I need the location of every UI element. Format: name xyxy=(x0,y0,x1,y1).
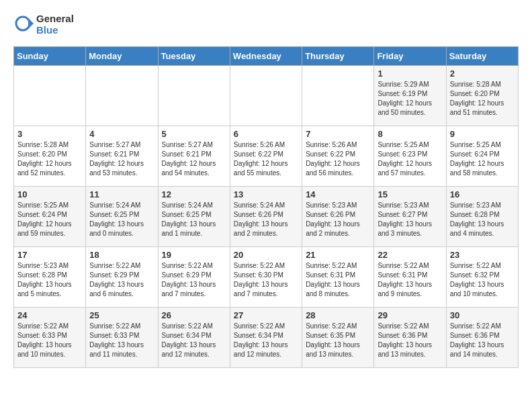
logo: General Blue xyxy=(13,13,74,36)
day-header-friday: Friday xyxy=(374,47,446,66)
day-info: Sunrise: 5:23 AM Sunset: 6:27 PM Dayligh… xyxy=(378,201,442,238)
calendar-cell: 30Sunrise: 5:22 AM Sunset: 6:36 PM Dayli… xyxy=(446,308,518,368)
header: General Blue xyxy=(13,13,519,36)
day-number: 12 xyxy=(162,189,226,199)
day-number: 26 xyxy=(162,310,226,320)
day-number: 20 xyxy=(234,250,298,260)
day-number: 10 xyxy=(17,189,82,199)
day-number: 24 xyxy=(17,310,82,320)
day-number: 22 xyxy=(378,250,442,260)
calendar-cell: 17Sunrise: 5:23 AM Sunset: 6:28 PM Dayli… xyxy=(14,247,86,308)
day-info: Sunrise: 5:22 AM Sunset: 6:34 PM Dayligh… xyxy=(162,322,226,359)
day-info: Sunrise: 5:29 AM Sunset: 6:19 PM Dayligh… xyxy=(378,80,442,118)
calendar-cell: 27Sunrise: 5:22 AM Sunset: 6:34 PM Dayli… xyxy=(230,308,302,368)
day-info: Sunrise: 5:27 AM Sunset: 6:21 PM Dayligh… xyxy=(89,140,154,178)
day-number: 15 xyxy=(378,189,442,199)
calendar-body: 1Sunrise: 5:29 AM Sunset: 6:19 PM Daylig… xyxy=(14,66,519,368)
calendar-cell: 3Sunrise: 5:28 AM Sunset: 6:20 PM Daylig… xyxy=(14,126,86,187)
calendar-cell: 1Sunrise: 5:29 AM Sunset: 6:19 PM Daylig… xyxy=(374,66,446,126)
day-header-thursday: Thursday xyxy=(302,47,374,66)
day-number: 5 xyxy=(162,129,226,139)
day-number: 18 xyxy=(89,250,154,260)
calendar-cell: 25Sunrise: 5:22 AM Sunset: 6:33 PM Dayli… xyxy=(86,308,158,368)
day-number: 3 xyxy=(17,129,82,139)
svg-point-0 xyxy=(16,17,30,30)
day-number: 7 xyxy=(306,129,370,139)
calendar-cell: 5Sunrise: 5:27 AM Sunset: 6:21 PM Daylig… xyxy=(158,126,230,187)
day-info: Sunrise: 5:22 AM Sunset: 6:30 PM Dayligh… xyxy=(234,261,298,299)
calendar-cell: 23Sunrise: 5:22 AM Sunset: 6:32 PM Dayli… xyxy=(446,247,518,308)
calendar-cell: 14Sunrise: 5:23 AM Sunset: 6:26 PM Dayli… xyxy=(302,187,374,247)
calendar-cell: 21Sunrise: 5:22 AM Sunset: 6:31 PM Dayli… xyxy=(302,247,374,308)
calendar-cell: 2Sunrise: 5:28 AM Sunset: 6:20 PM Daylig… xyxy=(446,66,518,126)
day-info: Sunrise: 5:22 AM Sunset: 6:31 PM Dayligh… xyxy=(306,261,370,299)
day-info: Sunrise: 5:22 AM Sunset: 6:32 PM Dayligh… xyxy=(450,261,515,299)
week-row-1: 1Sunrise: 5:29 AM Sunset: 6:19 PM Daylig… xyxy=(14,66,519,126)
calendar-cell xyxy=(86,66,158,126)
day-info: Sunrise: 5:26 AM Sunset: 6:22 PM Dayligh… xyxy=(234,140,298,178)
day-header-tuesday: Tuesday xyxy=(158,47,230,66)
day-number: 19 xyxy=(162,250,226,260)
week-row-5: 24Sunrise: 5:22 AM Sunset: 6:33 PM Dayli… xyxy=(14,308,519,368)
day-info: Sunrise: 5:22 AM Sunset: 6:31 PM Dayligh… xyxy=(378,261,442,299)
day-info: Sunrise: 5:22 AM Sunset: 6:29 PM Dayligh… xyxy=(162,261,226,299)
day-info: Sunrise: 5:28 AM Sunset: 6:20 PM Dayligh… xyxy=(17,140,82,178)
calendar-cell: 28Sunrise: 5:22 AM Sunset: 6:35 PM Dayli… xyxy=(302,308,374,368)
day-number: 21 xyxy=(306,250,370,260)
week-row-2: 3Sunrise: 5:28 AM Sunset: 6:20 PM Daylig… xyxy=(14,126,519,187)
day-info: Sunrise: 5:24 AM Sunset: 6:25 PM Dayligh… xyxy=(162,201,226,238)
calendar-cell: 10Sunrise: 5:25 AM Sunset: 6:24 PM Dayli… xyxy=(14,187,86,247)
day-info: Sunrise: 5:28 AM Sunset: 6:20 PM Dayligh… xyxy=(450,80,515,118)
calendar-cell: 12Sunrise: 5:24 AM Sunset: 6:25 PM Dayli… xyxy=(158,187,230,247)
calendar-cell: 26Sunrise: 5:22 AM Sunset: 6:34 PM Dayli… xyxy=(158,308,230,368)
day-info: Sunrise: 5:27 AM Sunset: 6:21 PM Dayligh… xyxy=(162,140,226,178)
day-number: 14 xyxy=(306,189,370,199)
day-number: 30 xyxy=(450,310,515,320)
day-info: Sunrise: 5:24 AM Sunset: 6:26 PM Dayligh… xyxy=(234,201,298,238)
calendar-cell: 15Sunrise: 5:23 AM Sunset: 6:27 PM Dayli… xyxy=(374,187,446,247)
day-header-wednesday: Wednesday xyxy=(230,47,302,66)
calendar-cell: 24Sunrise: 5:22 AM Sunset: 6:33 PM Dayli… xyxy=(14,308,86,368)
day-number: 13 xyxy=(234,189,298,199)
day-info: Sunrise: 5:25 AM Sunset: 6:24 PM Dayligh… xyxy=(450,140,515,178)
day-info: Sunrise: 5:23 AM Sunset: 6:28 PM Dayligh… xyxy=(450,201,515,238)
day-number: 27 xyxy=(234,310,298,320)
calendar-cell: 9Sunrise: 5:25 AM Sunset: 6:24 PM Daylig… xyxy=(446,126,518,187)
day-number: 4 xyxy=(89,129,154,139)
day-info: Sunrise: 5:22 AM Sunset: 6:36 PM Dayligh… xyxy=(378,322,442,359)
day-headers-row: SundayMondayTuesdayWednesdayThursdayFrid… xyxy=(14,47,519,66)
calendar-cell: 29Sunrise: 5:22 AM Sunset: 6:36 PM Dayli… xyxy=(374,308,446,368)
logo-general-text: General xyxy=(36,13,74,25)
calendar-cell: 4Sunrise: 5:27 AM Sunset: 6:21 PM Daylig… xyxy=(86,126,158,187)
calendar-table: SundayMondayTuesdayWednesdayThursdayFrid… xyxy=(13,46,519,368)
calendar-cell xyxy=(14,66,86,126)
calendar-cell: 8Sunrise: 5:25 AM Sunset: 6:23 PM Daylig… xyxy=(374,126,446,187)
day-number: 28 xyxy=(306,310,370,320)
day-number: 9 xyxy=(450,129,515,139)
day-number: 29 xyxy=(378,310,442,320)
calendar-cell: 6Sunrise: 5:26 AM Sunset: 6:22 PM Daylig… xyxy=(230,126,302,187)
day-number: 23 xyxy=(450,250,515,260)
day-number: 2 xyxy=(450,68,515,79)
week-row-3: 10Sunrise: 5:25 AM Sunset: 6:24 PM Dayli… xyxy=(14,187,519,247)
day-info: Sunrise: 5:22 AM Sunset: 6:29 PM Dayligh… xyxy=(89,261,154,299)
day-number: 25 xyxy=(89,310,154,320)
day-info: Sunrise: 5:22 AM Sunset: 6:35 PM Dayligh… xyxy=(306,322,370,359)
day-info: Sunrise: 5:25 AM Sunset: 6:23 PM Dayligh… xyxy=(378,140,442,178)
day-info: Sunrise: 5:22 AM Sunset: 6:33 PM Dayligh… xyxy=(17,322,82,359)
day-info: Sunrise: 5:24 AM Sunset: 6:25 PM Dayligh… xyxy=(89,201,154,238)
day-info: Sunrise: 5:22 AM Sunset: 6:36 PM Dayligh… xyxy=(450,322,515,359)
calendar-cell xyxy=(230,66,302,126)
svg-marker-1 xyxy=(28,18,34,29)
calendar-cell xyxy=(302,66,374,126)
calendar-cell: 16Sunrise: 5:23 AM Sunset: 6:28 PM Dayli… xyxy=(446,187,518,247)
calendar-cell: 20Sunrise: 5:22 AM Sunset: 6:30 PM Dayli… xyxy=(230,247,302,308)
calendar-cell xyxy=(158,66,230,126)
day-number: 11 xyxy=(89,189,154,199)
day-info: Sunrise: 5:26 AM Sunset: 6:22 PM Dayligh… xyxy=(306,140,370,178)
day-info: Sunrise: 5:22 AM Sunset: 6:34 PM Dayligh… xyxy=(234,322,298,359)
logo-blue-text: Blue xyxy=(36,25,74,36)
day-info: Sunrise: 5:22 AM Sunset: 6:33 PM Dayligh… xyxy=(89,322,154,359)
day-number: 8 xyxy=(378,129,442,139)
day-info: Sunrise: 5:25 AM Sunset: 6:24 PM Dayligh… xyxy=(17,201,82,238)
